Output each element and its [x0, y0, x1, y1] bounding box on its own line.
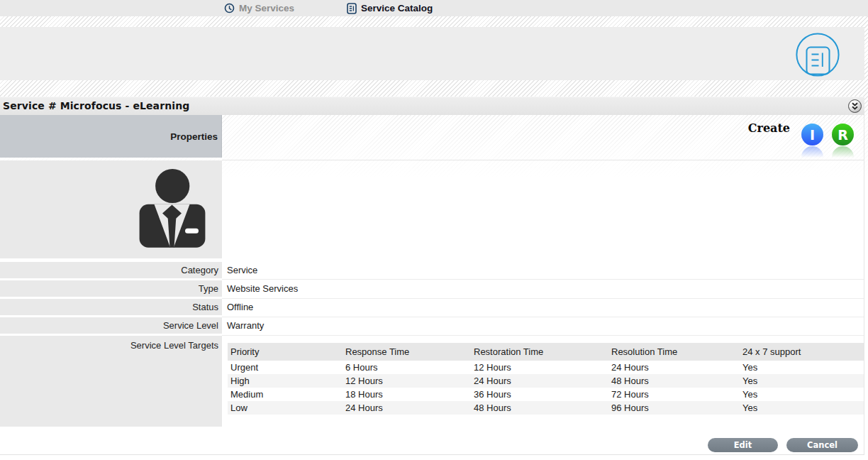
cell: 12 Hours	[471, 361, 608, 374]
row-divider	[222, 298, 864, 299]
label-text: Service Level	[163, 320, 218, 331]
tab-label: My Services	[239, 3, 294, 13]
slt-col-resolution-time: Resolution Time	[608, 343, 740, 361]
edit-button[interactable]: Edit	[708, 438, 778, 452]
cell: High	[228, 374, 343, 388]
content-right-border	[864, 115, 864, 454]
cell: 12 Hours	[343, 374, 471, 388]
collapse-button[interactable]	[848, 99, 862, 113]
cell: 36 Hours	[471, 388, 608, 401]
slt-row-urgent: Urgent 6 Hours 12 Hours 24 Hours Yes	[228, 361, 864, 374]
cell: Yes	[740, 374, 864, 388]
slt-col-24x7-support: 24 x 7 support	[740, 343, 864, 361]
cell: Urgent	[228, 361, 343, 374]
top-panel	[0, 27, 864, 80]
cell: 48 Hours	[471, 401, 608, 415]
label-text: Status	[192, 302, 218, 312]
properties-header-label: Properties	[170, 131, 218, 142]
cell: 6 Hours	[343, 361, 471, 374]
cancel-button[interactable]: Cancel	[786, 438, 858, 452]
clock-icon	[224, 3, 235, 13]
tab-label: Service Catalog	[361, 3, 433, 13]
field-value-status: Offline	[226, 299, 864, 315]
properties-header-cell: Properties	[0, 115, 222, 158]
value-text: Warranty	[227, 320, 264, 331]
cell: Yes	[740, 361, 864, 374]
section-title: Service # Microfocus - eLearning	[3, 97, 189, 115]
value-text: Website Services	[227, 283, 298, 294]
service-catalog-circle-button[interactable]	[796, 33, 840, 77]
cell: 24 Hours	[608, 361, 740, 374]
slt-col-restoration-time: Restoration Time	[471, 343, 608, 361]
row-divider	[222, 279, 864, 280]
sphere-reflection	[801, 146, 823, 160]
create-row: Create I R	[222, 115, 864, 160]
cell: 72 Hours	[608, 388, 740, 401]
slt-row-medium: Medium 18 Hours 36 Hours 72 Hours Yes	[228, 388, 864, 401]
sphere-letter: R	[838, 127, 848, 143]
cell: Medium	[228, 388, 343, 401]
field-value-service-level: Warranty	[226, 317, 864, 334]
cell: Low	[228, 401, 343, 415]
create-label: Create	[748, 121, 790, 135]
top-tab-bar: My Services Service Catalog	[0, 0, 868, 16]
tab-my-services[interactable]: My Services	[224, 0, 294, 16]
cell: Yes	[740, 401, 864, 415]
value-text: Offline	[227, 302, 253, 312]
sphere-letter: I	[810, 127, 815, 143]
row-divider	[222, 335, 864, 336]
avatar-cell	[0, 160, 222, 258]
cell: 96 Hours	[608, 401, 740, 415]
label-text: Type	[199, 283, 218, 294]
catalog-icon	[347, 3, 357, 14]
service-avatar-icon	[139, 168, 206, 248]
value-text: Service	[227, 265, 257, 275]
cell: 18 Hours	[343, 388, 471, 401]
double-chevron-down-icon	[850, 102, 859, 111]
field-label-service-level-targets: Service Level Targets	[0, 336, 222, 427]
label-text: Category	[181, 265, 218, 275]
slt-row-low: Low 24 Hours 48 Hours 96 Hours Yes	[228, 401, 864, 415]
slt-col-response-time: Response Time	[343, 343, 471, 361]
field-label-service-level: Service Level	[0, 317, 222, 334]
slt-col-priority: Priority	[228, 343, 343, 361]
catalog-circle-icon	[796, 33, 840, 77]
sphere-reflection	[832, 146, 854, 160]
service-level-targets-table: Priority Response Time Restoration Time …	[228, 343, 864, 415]
field-value-category: Service	[226, 262, 864, 278]
row-divider	[222, 317, 864, 317]
section-header-bar: Service # Microfocus - eLearning	[0, 97, 864, 115]
content-bottom-border	[0, 454, 864, 455]
tab-service-catalog[interactable]: Service Catalog	[347, 0, 433, 16]
field-value-type: Website Services	[226, 280, 864, 297]
field-label-status: Status	[0, 299, 222, 315]
label-text: Service Level Targets	[130, 340, 218, 351]
field-label-type: Type	[0, 280, 222, 297]
slt-row-high: High 12 Hours 24 Hours 48 Hours Yes	[228, 374, 864, 388]
cell: 48 Hours	[608, 374, 740, 388]
cell: 24 Hours	[343, 401, 471, 415]
field-label-category: Category	[0, 262, 222, 278]
create-request-button[interactable]: R	[832, 124, 854, 146]
create-incident-button[interactable]: I	[801, 124, 823, 146]
cell: Yes	[740, 388, 864, 401]
slt-header-row: Priority Response Time Restoration Time …	[228, 343, 864, 361]
cell: 24 Hours	[471, 374, 608, 388]
